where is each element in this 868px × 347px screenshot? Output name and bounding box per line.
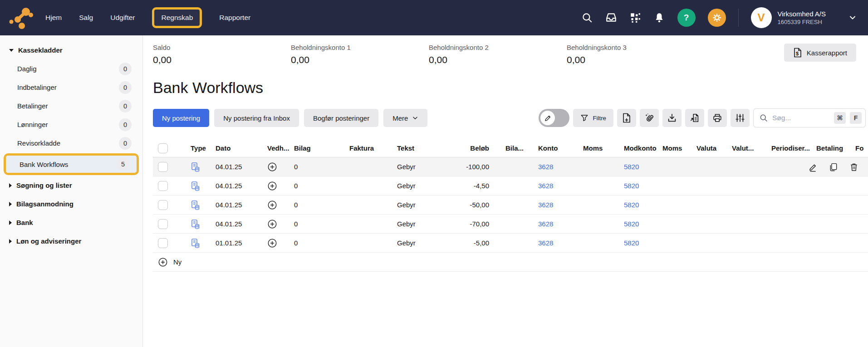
row-checkbox[interactable] — [158, 162, 168, 172]
card-label: Beholdningskonto 3 — [567, 44, 705, 51]
table-row[interactable]: 04.01.25 0 Gebyr -100,00 3628 5820 — [153, 157, 868, 176]
modkonto-link[interactable]: 5820 — [624, 163, 639, 171]
row-belob: -70,00 — [451, 220, 489, 228]
modkonto-link[interactable]: 5820 — [624, 182, 639, 190]
konto-link[interactable]: 3628 — [538, 182, 553, 190]
edit-pencil-icon[interactable] — [808, 162, 818, 172]
search-input[interactable] — [772, 114, 830, 122]
plus-circle-icon — [158, 257, 168, 267]
import-button[interactable] — [662, 109, 682, 127]
select-all-checkbox[interactable] — [158, 143, 168, 153]
meta-key-badge: ⌘ — [834, 112, 846, 124]
search-icon[interactable] — [581, 12, 593, 24]
count-badge: 0 — [119, 100, 132, 112]
document-plus-icon — [622, 113, 631, 123]
settings-gear-button[interactable] — [708, 9, 726, 27]
funnel-icon — [580, 114, 588, 122]
nav-item-hjem[interactable]: Hjem — [45, 14, 62, 22]
report-document-icon: $ — [793, 48, 802, 58]
sidebar-item-indbetalinger[interactable]: Indbetalinger 0 — [0, 78, 142, 97]
ny-postering-button[interactable]: Ny postering — [153, 109, 209, 127]
row-checkbox[interactable] — [158, 181, 168, 191]
topbar: Hjem Salg Udgifter Regnskab Rapporter ? — [0, 0, 868, 35]
column-settings-button[interactable] — [731, 109, 750, 127]
nav-item-regnskab-highlighted[interactable]: Regnskab — [152, 7, 202, 28]
sidebar-item-bank-workflows-selected[interactable]: Bank Workflows 5 — [6, 156, 137, 173]
filtre-button[interactable]: Filtre — [573, 109, 613, 127]
header-bilag: Bilag — [294, 144, 349, 152]
header-valuta: Valuta — [696, 144, 732, 152]
sidebar-section-sogning-og-lister[interactable]: Søgning og lister — [0, 176, 142, 195]
header-valutabelob: Valut... — [732, 144, 771, 152]
sidebar-item-lonninger[interactable]: Lønninger 0 — [0, 115, 142, 134]
row-checkbox[interactable] — [158, 219, 168, 229]
modkonto-link[interactable]: 5820 — [624, 220, 639, 228]
download-icon — [667, 113, 677, 123]
sidebar-item-betalinger[interactable]: Betalinger 0 — [0, 97, 142, 115]
table-row[interactable]: 04.01.25 0 Gebyr -4,50 3628 5820 — [153, 176, 868, 195]
modkonto-link[interactable]: 5820 — [624, 239, 639, 247]
account-menu[interactable]: V Virksomhed A/S 1605339 FRESH — [751, 7, 857, 28]
nav-item-udgifter[interactable]: Udgifter — [110, 14, 135, 22]
toolbar-left: Ny postering Ny postering fra Inbox Bogf… — [153, 109, 427, 127]
table-row[interactable]: 01.01.25 0 Gebyr -5,00 3628 5820 — [153, 234, 868, 253]
add-attachment-icon[interactable] — [267, 200, 277, 210]
add-attachment-icon[interactable] — [267, 162, 277, 172]
delete-trash-icon[interactable] — [849, 162, 858, 172]
row-modkonto-cell: 5820 — [624, 182, 662, 190]
konto-link[interactable]: 3628 — [538, 201, 553, 209]
sidebar-item-daglig[interactable]: Daglig 0 — [0, 59, 142, 78]
ny-postering-fra-inbox-button[interactable]: Ny postering fra Inbox — [214, 109, 299, 127]
paperclip-sparkle-icon — [644, 113, 654, 123]
notifications-bell-icon[interactable] — [653, 12, 665, 24]
row-dato: 04.01.25 — [216, 220, 266, 228]
topbar-actions: ? V Virksomhed A/S 1605339 FRESH — [581, 7, 857, 28]
konto-link[interactable]: 3628 — [538, 163, 553, 171]
app-logo-icon[interactable] — [7, 5, 35, 30]
print-button[interactable] — [708, 109, 727, 127]
copy-icon[interactable] — [829, 162, 838, 172]
chevron-down-icon[interactable] — [848, 13, 857, 22]
nav-item-salg[interactable]: Salg — [79, 14, 93, 22]
inbox-icon[interactable] — [605, 12, 617, 24]
pencil-icon — [544, 114, 552, 122]
help-button[interactable]: ? — [677, 9, 696, 27]
export-button[interactable] — [685, 109, 704, 127]
nav-item-rapporter[interactable]: Rapporter — [219, 14, 250, 22]
row-attachment-cell — [266, 238, 294, 248]
bogfor-posteringer-button[interactable]: Bogfør posteringer — [304, 109, 378, 127]
company-number: 1605339 FRESH — [778, 19, 826, 25]
table-row[interactable]: 04.01.25 0 Gebyr -50,00 3628 5820 — [153, 195, 868, 215]
sidebar-section-lon-og-adviseringer[interactable]: Løn og adviseringer — [0, 232, 142, 250]
row-type-cell — [188, 200, 216, 210]
apps-grid-icon[interactable] — [629, 12, 641, 24]
add-attachment-icon[interactable] — [267, 238, 277, 248]
sidebar-section-bank[interactable]: Bank — [0, 213, 142, 232]
row-dato: 04.01.25 — [216, 201, 266, 209]
modkonto-link[interactable]: 5820 — [624, 201, 639, 209]
auto-attach-button[interactable] — [640, 109, 659, 127]
sidebar-section-kassekladder[interactable]: Kassekladder — [0, 41, 142, 59]
toolbar-right: Filtre — [539, 108, 866, 127]
mere-dropdown-button[interactable]: Mere — [383, 109, 427, 127]
row-attachment-cell — [266, 200, 294, 210]
card-value: 0,00 — [153, 54, 291, 65]
add-attachment-icon[interactable] — [267, 181, 277, 191]
row-konto-cell: 3628 — [538, 182, 583, 190]
sidebar-item-revisorkladde[interactable]: Revisorkladde 0 — [0, 134, 142, 152]
new-posting-row[interactable]: Ny — [153, 253, 868, 272]
edit-mode-toggle[interactable] — [539, 109, 569, 127]
konto-link[interactable]: 3628 — [538, 220, 553, 228]
row-checkbox[interactable] — [158, 200, 168, 210]
main-content: Saldo 0,00 Beholdningskonto 1 0,00 Behol… — [143, 35, 868, 347]
new-document-button[interactable] — [617, 109, 636, 127]
row-checkbox[interactable] — [158, 238, 168, 248]
account-info: Virksomhed A/S 1605339 FRESH — [778, 10, 826, 25]
add-attachment-icon[interactable] — [267, 219, 277, 229]
sidebar-section-bilagsanmodning[interactable]: Bilagsanmodning — [0, 195, 142, 213]
section-label: Kassekladder — [18, 46, 63, 54]
kasserapport-button[interactable]: $ Kasserapport — [784, 44, 856, 62]
row-tekst: Gebyr — [397, 201, 451, 209]
konto-link[interactable]: 3628 — [538, 239, 553, 247]
table-row[interactable]: 04.01.25 0 Gebyr -70,00 3628 5820 — [153, 215, 868, 234]
